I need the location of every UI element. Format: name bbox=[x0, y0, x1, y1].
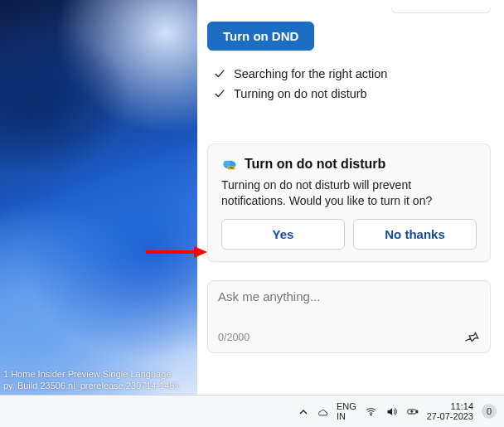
status-text: Searching for the right action bbox=[234, 64, 387, 84]
time: 11:14 bbox=[427, 401, 473, 411]
svg-point-1 bbox=[224, 161, 230, 167]
date: 27-07-2023 bbox=[427, 411, 473, 421]
system-tray[interactable]: ENG IN 11:14 27-07-2023 0 bbox=[299, 401, 502, 421]
desktop-wallpaper: 1 Home Insider Preview Single Language p… bbox=[0, 0, 197, 395]
status-list: Searching for the right action Turning o… bbox=[214, 64, 491, 104]
taskbar[interactable]: ENG IN 11:14 27-07-2023 0 bbox=[0, 395, 504, 427]
volume-icon[interactable] bbox=[385, 405, 398, 418]
svg-rect-8 bbox=[416, 410, 417, 413]
clock[interactable]: 11:14 27-07-2023 bbox=[427, 401, 473, 421]
lang-secondary: IN bbox=[337, 411, 356, 421]
yes-button[interactable]: Yes bbox=[221, 219, 345, 250]
list-item: Searching for the right action bbox=[214, 64, 491, 84]
list-item: Turning on do not disturb bbox=[214, 84, 491, 104]
confirm-card: PRE Turn on do not disturb Turning on do… bbox=[207, 143, 491, 262]
card-title: Turn on do not disturb bbox=[245, 157, 385, 172]
svg-text:PRE: PRE bbox=[228, 167, 235, 170]
windows-watermark: 1 Home Insider Preview Single Language p… bbox=[0, 366, 192, 395]
battery-icon[interactable] bbox=[406, 405, 419, 418]
card-body: Turning on do not disturb will prevent n… bbox=[221, 177, 477, 209]
language-indicator[interactable]: ENG IN bbox=[337, 401, 356, 421]
input-box: 0/2000 bbox=[207, 280, 491, 353]
chevron-up-icon[interactable] bbox=[299, 407, 308, 415]
chat-scroll: Turn on DND Searching for the right acti… bbox=[202, 0, 494, 395]
ask-input[interactable] bbox=[218, 289, 480, 313]
wifi-icon[interactable] bbox=[365, 405, 377, 418]
svg-point-6 bbox=[370, 414, 371, 415]
turn-on-dnd-button[interactable]: Turn on DND bbox=[207, 22, 314, 51]
no-thanks-button[interactable]: No thanks bbox=[353, 219, 477, 250]
previous-bubble-cutoff bbox=[391, 8, 491, 13]
copilot-panel: Turn on DND Searching for the right acti… bbox=[197, 0, 504, 395]
char-counter: 0/2000 bbox=[218, 332, 250, 343]
copilot-icon: PRE bbox=[221, 156, 238, 172]
status-text: Turning on do not disturb bbox=[234, 84, 367, 104]
lang-primary: ENG bbox=[337, 401, 356, 411]
check-icon bbox=[214, 68, 225, 80]
onedrive-icon[interactable] bbox=[316, 405, 328, 418]
notification-count[interactable]: 0 bbox=[482, 404, 497, 419]
watermark-line: 1 Home Insider Preview Single Language bbox=[3, 368, 192, 380]
check-icon bbox=[214, 88, 225, 99]
pin-icon[interactable] bbox=[463, 329, 480, 346]
watermark-line: py. Build 23506.ni_prerelease.230714-145… bbox=[3, 380, 192, 391]
